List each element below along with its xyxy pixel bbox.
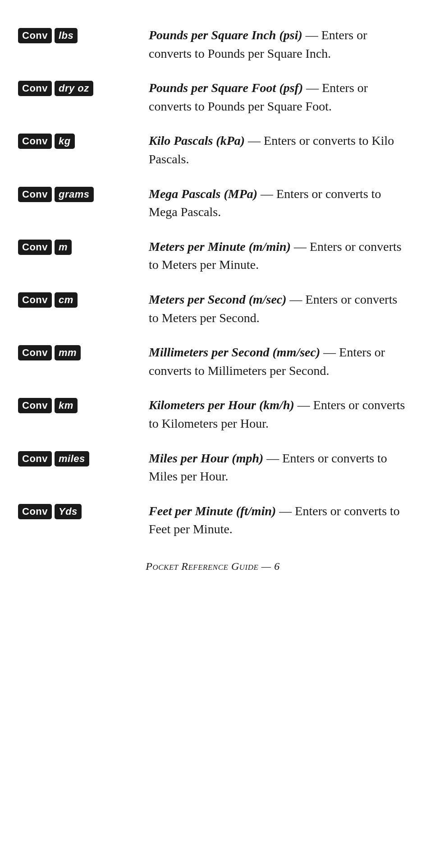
- badges-container: Convdry oz: [18, 79, 149, 96]
- entry-term: Kilo Pascals (kPa): [149, 134, 245, 148]
- list-item: ConvmmMillimeters per Second (mm/sec) — …: [18, 335, 407, 388]
- list-item: ConvlbsPounds per Square Inch (psi) — En…: [18, 18, 407, 71]
- entry-description: Miles per Hour (mph) — Enters or convert…: [149, 449, 407, 486]
- entry-term: Miles per Hour (mph): [149, 451, 263, 465]
- badges-container: Convlbs: [18, 26, 149, 43]
- entry-description: Meters per Minute (m/min) — Enters or co…: [149, 238, 407, 274]
- entry-term: Meters per Second (m/sec): [149, 292, 287, 306]
- list-item: ConvmilesMiles per Hour (mph) — Enters o…: [18, 441, 407, 494]
- badges-container: Convcm: [18, 291, 149, 308]
- entry-term: Pounds per Square Inch (psi): [149, 28, 302, 42]
- conv-badge: Conv: [18, 345, 52, 360]
- list-item: ConvYdsFeet per Minute (ft/min) — Enters…: [18, 494, 407, 547]
- conv-badge: Conv: [18, 28, 52, 43]
- unit-badge: m: [55, 240, 72, 255]
- entry-description: Pounds per Square Inch (psi) — Enters or…: [149, 26, 407, 63]
- unit-badge: Yds: [55, 504, 82, 519]
- badges-container: Convgrams: [18, 185, 149, 202]
- badges-container: Convkg: [18, 132, 149, 149]
- conv-badge: Conv: [18, 134, 52, 149]
- list-item: ConvgramsMega Pascals (MPa) — Enters or …: [18, 177, 407, 230]
- badges-container: Convmiles: [18, 449, 149, 466]
- entry-term: Feet per Minute (ft/min): [149, 504, 276, 518]
- entry-description: Pounds per Square Foot (psf) — Enters or…: [149, 79, 407, 115]
- list-item: ConvcmMeters per Second (m/sec) — Enters…: [18, 282, 407, 335]
- entry-description: Millimeters per Second (mm/sec) — Enters…: [149, 343, 407, 380]
- entry-term: Mega Pascals (MPa): [149, 187, 257, 201]
- list-item: Convdry ozPounds per Square Foot (psf) —…: [18, 71, 407, 124]
- entry-term: Pounds per Square Foot (psf): [149, 81, 303, 95]
- entry-description: Feet per Minute (ft/min) — Enters or con…: [149, 502, 407, 539]
- entry-term: Meters per Minute (m/min): [149, 240, 291, 254]
- list-item: ConvmMeters per Minute (m/min) — Enters …: [18, 230, 407, 282]
- entry-term: Millimeters per Second (mm/sec): [149, 345, 320, 359]
- conv-badge: Conv: [18, 187, 52, 202]
- conv-badge: Conv: [18, 504, 52, 519]
- badges-container: ConvYds: [18, 502, 149, 519]
- entry-description: Kilometers per Hour (km/h) — Enters or c…: [149, 396, 407, 433]
- entry-description: Mega Pascals (MPa) — Enters or converts …: [149, 185, 407, 222]
- entry-description: Kilo Pascals (kPa) — Enters or converts …: [149, 132, 407, 168]
- entry-description: Meters per Second (m/sec) — Enters or co…: [149, 291, 407, 327]
- list-item: ConvkgKilo Pascals (kPa) — Enters or con…: [18, 124, 407, 176]
- unit-badge: kg: [55, 134, 75, 149]
- conv-badge: Conv: [18, 240, 52, 255]
- conv-badge: Conv: [18, 292, 52, 308]
- unit-badge: dry oz: [55, 81, 93, 96]
- badges-container: Convmm: [18, 343, 149, 360]
- unit-badge: grams: [55, 187, 94, 202]
- unit-badge: km: [55, 398, 78, 413]
- badges-container: Convm: [18, 238, 149, 255]
- entries-list: ConvlbsPounds per Square Inch (psi) — En…: [18, 18, 407, 547]
- conv-badge: Conv: [18, 81, 52, 96]
- entry-term: Kilometers per Hour (km/h): [149, 398, 294, 412]
- list-item: ConvkmKilometers per Hour (km/h) — Enter…: [18, 388, 407, 441]
- unit-badge: cm: [55, 292, 78, 308]
- unit-badge: mm: [55, 345, 81, 360]
- badges-container: Convkm: [18, 396, 149, 413]
- unit-badge: miles: [55, 451, 89, 466]
- unit-badge: lbs: [55, 28, 78, 43]
- conv-badge: Conv: [18, 398, 52, 413]
- footer: Pocket Reference Guide — 6: [18, 560, 407, 573]
- conv-badge: Conv: [18, 451, 52, 466]
